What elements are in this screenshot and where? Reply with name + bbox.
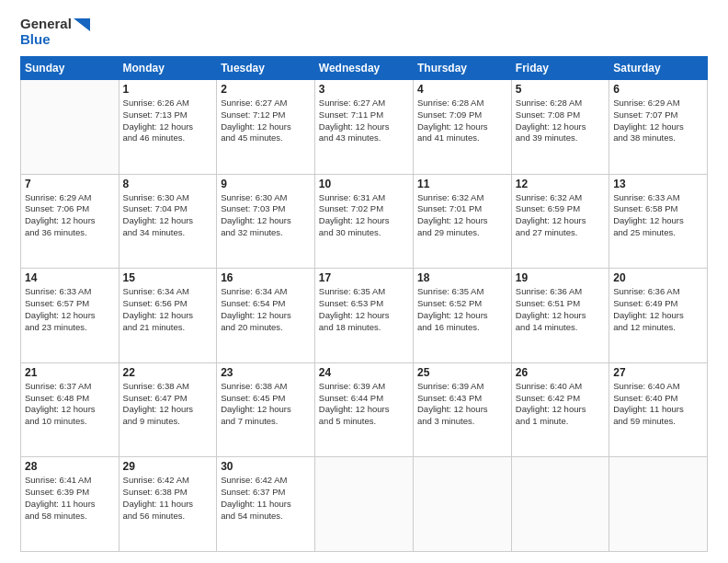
day-info: Sunrise: 6:29 AM Sunset: 7:06 PM Dayligh… xyxy=(25,192,115,239)
calendar-cell: 23Sunrise: 6:38 AM Sunset: 6:45 PM Dayli… xyxy=(217,362,315,457)
day-number: 15 xyxy=(123,271,213,284)
calendar-cell: 5Sunrise: 6:28 AM Sunset: 7:08 PM Daylig… xyxy=(511,80,609,175)
day-number: 11 xyxy=(417,178,507,190)
day-info: Sunrise: 6:26 AM Sunset: 7:13 PM Dayligh… xyxy=(123,98,213,144)
calendar-cell: 9Sunrise: 6:30 AM Sunset: 7:03 PM Daylig… xyxy=(217,174,315,269)
day-number: 13 xyxy=(613,178,703,190)
day-number: 4 xyxy=(417,83,507,96)
day-info: Sunrise: 6:38 AM Sunset: 6:47 PM Dayligh… xyxy=(123,381,213,428)
logo: General Blue xyxy=(20,17,90,47)
day-info: Sunrise: 6:38 AM Sunset: 6:45 PM Dayligh… xyxy=(221,381,311,428)
calendar-cell xyxy=(314,457,413,552)
calendar-cell: 24Sunrise: 6:39 AM Sunset: 6:44 PM Dayli… xyxy=(314,362,413,457)
weekday-header-saturday: Saturday xyxy=(609,57,708,80)
calendar-cell: 4Sunrise: 6:28 AM Sunset: 7:09 PM Daylig… xyxy=(413,80,511,175)
day-number: 14 xyxy=(25,271,115,284)
day-number: 12 xyxy=(516,178,605,190)
calendar-cell xyxy=(413,457,511,552)
day-info: Sunrise: 6:32 AM Sunset: 7:01 PM Dayligh… xyxy=(417,192,507,239)
weekday-header-wednesday: Wednesday xyxy=(314,57,413,80)
logo-blue: Blue xyxy=(20,32,90,48)
calendar-cell: 27Sunrise: 6:40 AM Sunset: 6:40 PM Dayli… xyxy=(609,362,708,457)
day-number: 22 xyxy=(123,366,213,379)
weekday-header-friday: Friday xyxy=(511,57,609,80)
day-number: 20 xyxy=(613,271,703,284)
day-number: 19 xyxy=(516,271,605,284)
calendar-cell: 18Sunrise: 6:35 AM Sunset: 6:52 PM Dayli… xyxy=(413,269,511,363)
day-info: Sunrise: 6:34 AM Sunset: 6:56 PM Dayligh… xyxy=(123,286,213,333)
logo-general: General xyxy=(20,17,90,32)
calendar-cell: 14Sunrise: 6:33 AM Sunset: 6:57 PM Dayli… xyxy=(21,269,119,363)
calendar-cell: 10Sunrise: 6:31 AM Sunset: 7:02 PM Dayli… xyxy=(314,174,413,269)
day-info: Sunrise: 6:40 AM Sunset: 6:40 PM Dayligh… xyxy=(613,381,703,428)
calendar-cell: 30Sunrise: 6:42 AM Sunset: 6:37 PM Dayli… xyxy=(217,457,315,552)
day-info: Sunrise: 6:34 AM Sunset: 6:54 PM Dayligh… xyxy=(221,286,311,333)
day-info: Sunrise: 6:32 AM Sunset: 6:59 PM Dayligh… xyxy=(516,192,605,239)
calendar-cell xyxy=(511,457,609,552)
calendar-cell: 26Sunrise: 6:40 AM Sunset: 6:42 PM Dayli… xyxy=(511,362,609,457)
day-info: Sunrise: 6:27 AM Sunset: 7:11 PM Dayligh… xyxy=(319,98,409,144)
calendar-cell: 17Sunrise: 6:35 AM Sunset: 6:53 PM Dayli… xyxy=(314,269,413,363)
day-info: Sunrise: 6:31 AM Sunset: 7:02 PM Dayligh… xyxy=(319,192,409,239)
day-info: Sunrise: 6:39 AM Sunset: 6:44 PM Dayligh… xyxy=(319,381,409,428)
calendar-cell: 12Sunrise: 6:32 AM Sunset: 6:59 PM Dayli… xyxy=(511,174,609,269)
calendar-cell: 13Sunrise: 6:33 AM Sunset: 6:58 PM Dayli… xyxy=(609,174,708,269)
day-info: Sunrise: 6:28 AM Sunset: 7:08 PM Dayligh… xyxy=(516,98,605,144)
day-number: 2 xyxy=(221,83,311,96)
day-info: Sunrise: 6:37 AM Sunset: 6:48 PM Dayligh… xyxy=(25,381,115,428)
weekday-header-monday: Monday xyxy=(119,57,217,80)
calendar-cell: 29Sunrise: 6:42 AM Sunset: 6:38 PM Dayli… xyxy=(119,457,217,552)
svg-marker-0 xyxy=(74,18,90,31)
day-info: Sunrise: 6:39 AM Sunset: 6:43 PM Dayligh… xyxy=(417,381,507,428)
day-number: 28 xyxy=(25,460,115,473)
calendar-cell: 6Sunrise: 6:29 AM Sunset: 7:07 PM Daylig… xyxy=(609,80,708,175)
calendar-cell: 15Sunrise: 6:34 AM Sunset: 6:56 PM Dayli… xyxy=(119,269,217,363)
calendar-cell: 16Sunrise: 6:34 AM Sunset: 6:54 PM Dayli… xyxy=(217,269,315,363)
day-number: 27 xyxy=(613,366,703,379)
day-number: 17 xyxy=(319,271,409,284)
day-number: 26 xyxy=(516,366,605,379)
day-number: 29 xyxy=(123,460,213,473)
calendar-cell: 20Sunrise: 6:36 AM Sunset: 6:49 PM Dayli… xyxy=(609,269,708,363)
day-info: Sunrise: 6:30 AM Sunset: 7:04 PM Dayligh… xyxy=(123,192,213,239)
day-info: Sunrise: 6:33 AM Sunset: 6:57 PM Dayligh… xyxy=(25,286,115,333)
calendar-cell: 21Sunrise: 6:37 AM Sunset: 6:48 PM Dayli… xyxy=(21,362,119,457)
calendar-cell xyxy=(609,457,708,552)
day-number: 18 xyxy=(417,271,507,284)
day-number: 5 xyxy=(516,83,605,96)
day-info: Sunrise: 6:33 AM Sunset: 6:58 PM Dayligh… xyxy=(613,192,703,239)
day-info: Sunrise: 6:30 AM Sunset: 7:03 PM Dayligh… xyxy=(221,192,311,239)
day-info: Sunrise: 6:42 AM Sunset: 6:38 PM Dayligh… xyxy=(123,475,213,522)
calendar-cell: 25Sunrise: 6:39 AM Sunset: 6:43 PM Dayli… xyxy=(413,362,511,457)
day-info: Sunrise: 6:27 AM Sunset: 7:12 PM Dayligh… xyxy=(221,98,311,144)
calendar-cell: 8Sunrise: 6:30 AM Sunset: 7:04 PM Daylig… xyxy=(119,174,217,269)
day-number: 10 xyxy=(319,178,409,190)
day-info: Sunrise: 6:29 AM Sunset: 7:07 PM Dayligh… xyxy=(613,98,703,144)
weekday-header-sunday: Sunday xyxy=(21,57,119,80)
day-info: Sunrise: 6:40 AM Sunset: 6:42 PM Dayligh… xyxy=(516,381,605,428)
calendar-cell: 11Sunrise: 6:32 AM Sunset: 7:01 PM Dayli… xyxy=(413,174,511,269)
calendar-cell: 3Sunrise: 6:27 AM Sunset: 7:11 PM Daylig… xyxy=(314,80,413,175)
calendar-table: SundayMondayTuesdayWednesdayThursdayFrid… xyxy=(20,56,708,552)
day-info: Sunrise: 6:42 AM Sunset: 6:37 PM Dayligh… xyxy=(221,475,311,522)
day-number: 6 xyxy=(613,83,703,96)
calendar-cell: 7Sunrise: 6:29 AM Sunset: 7:06 PM Daylig… xyxy=(21,174,119,269)
day-number: 1 xyxy=(123,83,213,96)
day-info: Sunrise: 6:35 AM Sunset: 6:53 PM Dayligh… xyxy=(319,286,409,333)
weekday-header-thursday: Thursday xyxy=(413,57,511,80)
day-number: 7 xyxy=(25,178,115,190)
day-info: Sunrise: 6:35 AM Sunset: 6:52 PM Dayligh… xyxy=(417,286,507,333)
calendar-cell: 1Sunrise: 6:26 AM Sunset: 7:13 PM Daylig… xyxy=(119,80,217,175)
day-number: 24 xyxy=(319,366,409,379)
weekday-header-tuesday: Tuesday xyxy=(217,57,315,80)
day-number: 23 xyxy=(221,366,311,379)
day-number: 8 xyxy=(123,178,213,190)
day-number: 25 xyxy=(417,366,507,379)
calendar-cell: 28Sunrise: 6:41 AM Sunset: 6:39 PM Dayli… xyxy=(21,457,119,552)
page-header: General Blue xyxy=(20,17,708,47)
day-number: 16 xyxy=(221,271,311,284)
day-info: Sunrise: 6:41 AM Sunset: 6:39 PM Dayligh… xyxy=(25,475,115,522)
calendar-cell: 22Sunrise: 6:38 AM Sunset: 6:47 PM Dayli… xyxy=(119,362,217,457)
day-info: Sunrise: 6:36 AM Sunset: 6:49 PM Dayligh… xyxy=(613,286,703,333)
calendar-cell: 19Sunrise: 6:36 AM Sunset: 6:51 PM Dayli… xyxy=(511,269,609,363)
